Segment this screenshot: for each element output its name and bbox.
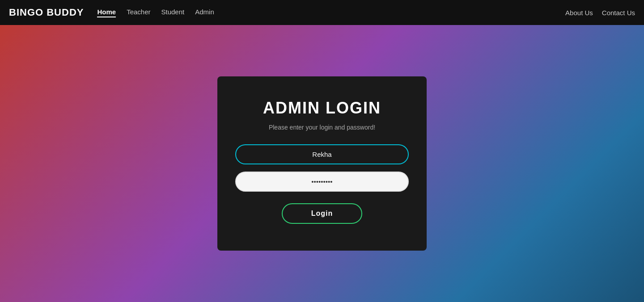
nav-links-left: Home Teacher Student Admin bbox=[97, 8, 565, 17]
login-subtitle: Please enter your login and password! bbox=[269, 124, 375, 131]
nav-student[interactable]: Student bbox=[161, 8, 185, 17]
username-input[interactable] bbox=[235, 144, 409, 164]
nav-admin[interactable]: Admin bbox=[195, 8, 214, 17]
login-button[interactable]: Login bbox=[282, 203, 362, 224]
nav-contact-us[interactable]: Contact Us bbox=[602, 9, 635, 17]
login-card: ADMIN LOGIN Please enter your login and … bbox=[217, 76, 427, 251]
brand-logo: BINGO BUDDY bbox=[9, 7, 84, 18]
navbar: BINGO BUDDY Home Teacher Student Admin A… bbox=[0, 0, 644, 25]
background: ADMIN LOGIN Please enter your login and … bbox=[0, 0, 644, 302]
nav-links-right: About Us Contact Us bbox=[565, 9, 635, 17]
nav-about-us[interactable]: About Us bbox=[565, 9, 593, 17]
password-input[interactable] bbox=[235, 172, 409, 192]
nav-teacher[interactable]: Teacher bbox=[127, 8, 150, 17]
nav-home[interactable]: Home bbox=[97, 8, 116, 17]
login-title: ADMIN LOGIN bbox=[263, 99, 381, 117]
